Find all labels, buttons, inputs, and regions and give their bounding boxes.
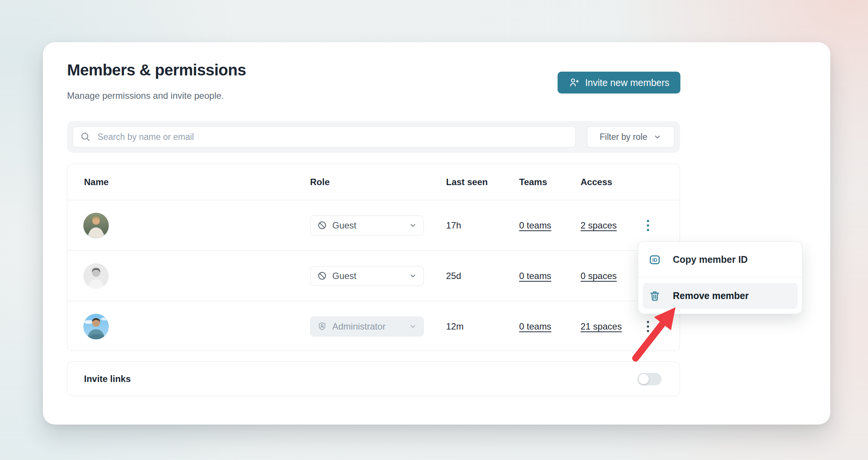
column-header-teams: Teams	[519, 177, 547, 187]
chevron-down-icon	[409, 222, 417, 229]
teams-link[interactable]: 0 teams	[519, 271, 551, 281]
role-value: Guest	[332, 220, 356, 231]
table-header-row: Name Role Last seen Teams Access	[67, 164, 680, 200]
menu-item-label: Remove member	[673, 290, 749, 301]
table-row: Guest 17h 0 teams 2 spaces	[67, 200, 680, 251]
person-plus-icon	[568, 77, 580, 88]
toggle-knob	[639, 374, 649, 384]
chevron-down-icon	[653, 133, 662, 141]
spaces-link[interactable]: 21 spaces	[581, 321, 622, 332]
teams-link[interactable]: 0 teams	[519, 321, 551, 332]
invite-links-label: Invite links	[84, 374, 131, 384]
no-entry-icon	[317, 221, 327, 230]
invite-links-section: Invite links	[67, 362, 680, 396]
avatar	[83, 263, 109, 289]
column-header-role: Role	[310, 177, 330, 187]
spaces-link[interactable]: 2 spaces	[581, 220, 617, 231]
teams-link[interactable]: 0 teams	[519, 220, 551, 231]
menu-item-copy-member-id[interactable]: ID Copy member ID	[638, 242, 802, 278]
role-select-guest[interactable]: Guest	[310, 266, 424, 286]
last-seen-value: 17h	[446, 220, 461, 231]
row-actions-kebab-icon[interactable]	[642, 317, 654, 336]
shield-person-icon	[317, 322, 327, 331]
menu-item-label: Copy member ID	[673, 254, 748, 265]
last-seen-value: 12m	[446, 321, 464, 332]
table-row: Guest 25d 0 teams 0 spaces	[67, 251, 680, 301]
svg-text:ID: ID	[652, 257, 657, 263]
filter-label: Filter by role	[600, 132, 648, 142]
row-actions-kebab-icon[interactable]	[642, 216, 654, 235]
search-icon	[80, 131, 91, 143]
role-value: Guest	[332, 271, 356, 281]
menu-item-remove-member[interactable]: Remove member	[643, 283, 798, 309]
filter-by-role-dropdown[interactable]: Filter by role	[587, 126, 674, 147]
table-row: Administrator 12m 0 teams 21 spaces	[67, 301, 680, 351]
role-value: Administrator	[332, 321, 385, 332]
no-entry-icon	[317, 271, 327, 281]
search-field[interactable]	[73, 126, 576, 147]
page-background: Members & permissions Manage permissions…	[0, 0, 868, 460]
last-seen-value: 25d	[446, 271, 461, 281]
avatar	[83, 314, 109, 339]
page-title: Members & permissions	[67, 61, 246, 79]
page-subtitle: Manage permissions and invite people.	[67, 90, 224, 101]
invite-new-members-button[interactable]: Invite new members	[558, 72, 680, 94]
trash-icon	[649, 290, 661, 302]
members-table: Name Role Last seen Teams Access	[67, 164, 680, 351]
role-select-administrator[interactable]: Administrator	[310, 316, 424, 336]
column-header-access: Access	[581, 177, 612, 187]
chevron-down-icon	[409, 272, 417, 280]
role-select-guest[interactable]: Guest	[310, 215, 424, 235]
members-permissions-panel: Members & permissions Manage permissions…	[43, 42, 830, 425]
id-badge-icon: ID	[649, 254, 661, 266]
column-header-last-seen: Last seen	[446, 177, 488, 187]
avatar	[83, 213, 109, 238]
spaces-link[interactable]: 0 spaces	[581, 271, 617, 281]
invite-button-label: Invite new members	[585, 77, 669, 88]
invite-links-toggle[interactable]	[637, 373, 662, 385]
chevron-down-icon	[409, 323, 417, 330]
column-header-name: Name	[84, 177, 108, 187]
row-actions-context-menu: ID Copy member ID Remove member	[638, 241, 802, 314]
search-toolbar: Filter by role	[67, 121, 680, 153]
search-input[interactable]	[97, 132, 568, 143]
